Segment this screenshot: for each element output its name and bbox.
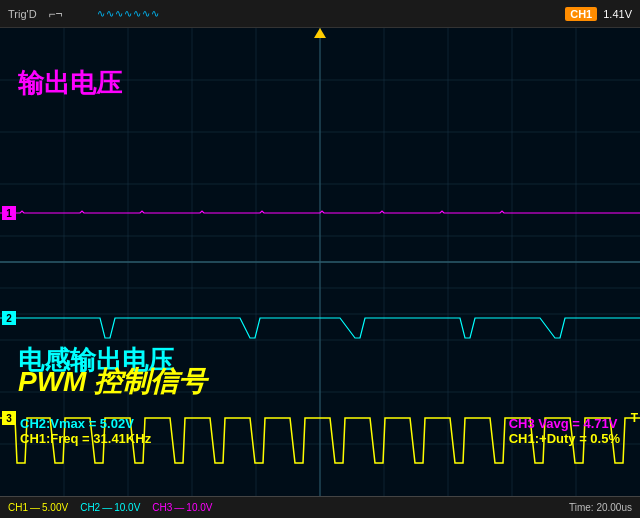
waveform-display: 输出电压 电感输出电压 PWM 控制信号 CH2:Vmax = 5.02V CH…: [0, 28, 640, 496]
time-status: Time: 20.00us: [569, 502, 632, 513]
trig-label: Trig'D: [8, 8, 37, 20]
ch2-dash: —: [102, 502, 112, 513]
grid: [0, 28, 640, 496]
time-value: 20.00us: [596, 502, 632, 513]
trig-pulse-icon: ⌐¬: [49, 7, 63, 21]
channel-status-group: CH1 — 5.00V CH2 — 10.0V CH3 — 10.0V: [8, 502, 212, 513]
ch2-status: CH2 — 10.0V: [80, 502, 140, 513]
ch3-status-value: 10.0V: [186, 502, 212, 513]
ch1-status-value: 5.00V: [42, 502, 68, 513]
time-label: Time:: [569, 502, 594, 513]
trigger-info: Trig'D ⌐¬ ∿∿∿∿∿∿∿: [8, 7, 160, 21]
ch1-badge: CH1: [565, 7, 597, 21]
ch2-status-label: CH2: [80, 502, 100, 513]
ch3-status-label: CH3: [152, 502, 172, 513]
ch1-dash: —: [30, 502, 40, 513]
ch3-dash: —: [174, 502, 184, 513]
ch1-trig-value: CH1 1.41V: [565, 7, 632, 21]
ch3-status: CH3 — 10.0V: [152, 502, 212, 513]
trig-wave-icon: ∿∿∿∿∿∿∿: [97, 8, 160, 19]
ch1-status-label: CH1: [8, 502, 28, 513]
top-status-bar: Trig'D ⌐¬ ∿∿∿∿∿∿∿ CH1 1.41V: [0, 0, 640, 28]
bottom-status-bar: CH1 — 5.00V CH2 — 10.0V CH3 — 10.0V Time…: [0, 496, 640, 518]
ch1-status: CH1 — 5.00V: [8, 502, 68, 513]
ch2-status-value: 10.0V: [114, 502, 140, 513]
oscilloscope-display: Trig'D ⌐¬ ∿∿∿∿∿∿∿ CH1 1.41V: [0, 0, 640, 518]
trig-voltage: 1.41V: [603, 8, 632, 20]
